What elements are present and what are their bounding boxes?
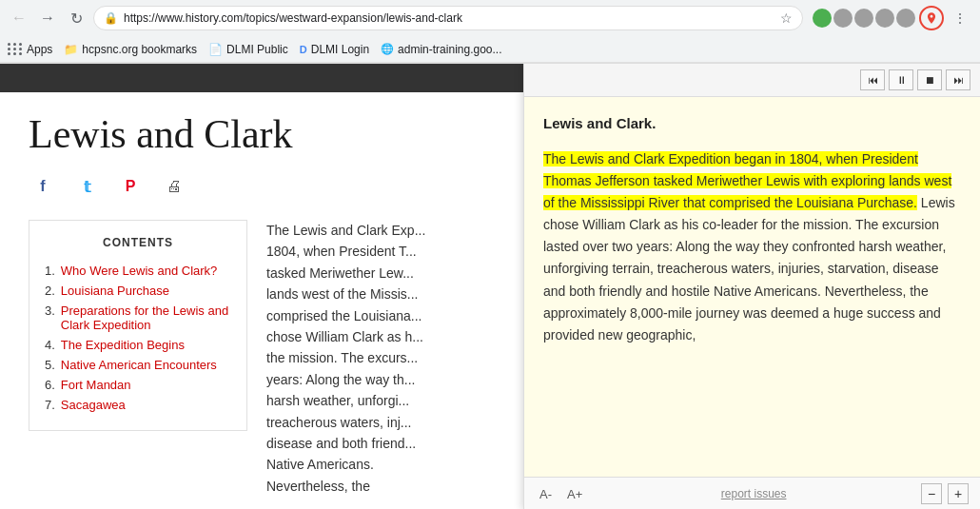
contents-link-2[interactable]: Louisiana Purchase — [61, 284, 169, 298]
contents-link-6[interactable]: Fort Mandan — [61, 378, 131, 392]
skip-back-icon: ⏮ — [868, 74, 878, 86]
list-item: 1. Who Were Lewis and Clark? — [45, 261, 231, 281]
zoom-decrease-button[interactable]: − — [921, 483, 942, 504]
dlmi-public-label: DLMI Public — [226, 43, 288, 56]
browser-actions: ⋮ — [813, 6, 972, 30]
pinterest-button[interactable]: P — [116, 172, 145, 201]
reader-body[interactable]: Lewis and Clark. The Lewis and Clark Exp… — [524, 97, 980, 477]
list-item: 3. Preparations for the Lewis and Clark … — [45, 301, 231, 335]
font-increase-button[interactable]: A+ — [563, 485, 586, 503]
article-text: The Lewis and Clark Exp... 1804, when Pr… — [266, 220, 457, 497]
apps-label: Apps — [27, 43, 52, 56]
highlighted-text: The Lewis and Clark Expedition began in … — [543, 151, 951, 210]
dlmi-login-icon: D — [300, 44, 307, 55]
item-num-5: 5. — [45, 358, 55, 372]
browser-toolbar: ← → ↻ 🔒 https://www.history.com/topics/w… — [0, 0, 980, 36]
address-bar[interactable]: 🔒 https://www.history.com/topics/westwar… — [93, 6, 803, 30]
profile-dot-green — [813, 9, 832, 28]
pinterest-icon: P — [126, 178, 136, 195]
contents-link-1[interactable]: Who Were Lewis and Clark? — [61, 264, 218, 278]
item-num-7: 7. — [45, 398, 55, 412]
reader-title: Lewis and Clark. — [543, 112, 961, 135]
bookmarks-bar: Apps 📁 hcpsnc.org bookmarks 📄 DLMI Publi… — [0, 36, 980, 63]
list-item: 7. Sacagawea — [45, 395, 231, 415]
item-num-6: 6. — [45, 378, 55, 392]
hcpsnc-label: hcpsnc.org bookmarks — [82, 43, 197, 56]
dlmi-login-bookmark[interactable]: D DLMI Login — [300, 43, 369, 56]
list-item: 5. Native American Encounters — [45, 355, 231, 375]
item-num-3: 3. — [45, 303, 55, 332]
list-item: 4. The Expedition Begins — [45, 335, 231, 355]
contents-link-5[interactable]: Native American Encounters — [61, 358, 217, 372]
contents-link-4[interactable]: The Expedition Begins — [61, 338, 185, 352]
contents-link-7[interactable]: Sacagawea — [61, 398, 126, 412]
contents-box: CONTENTS 1. Who Were Lewis and Clark? 2.… — [29, 220, 247, 431]
facebook-icon: f — [40, 178, 45, 195]
print-icon: 🖨 — [167, 178, 182, 195]
contents-list: 1. Who Were Lewis and Clark? 2. Louisian… — [45, 261, 231, 415]
zoom-controls: − + — [921, 483, 969, 504]
menu-button[interactable]: ⋮ — [948, 6, 972, 30]
url-text: https://www.history.com/topics/westward-… — [124, 11, 774, 25]
item-num-2: 2. — [45, 284, 55, 298]
dlmi-public-bookmark[interactable]: 📄 DLMI Public — [208, 43, 288, 56]
list-item: 2. Louisiana Purchase — [45, 281, 231, 301]
skip-forward-icon: ⏭ — [953, 74, 964, 86]
dlmi-login-label: DLMI Login — [311, 43, 369, 56]
apps-grid-icon — [8, 43, 23, 55]
skip-back-button[interactable]: ⏮ — [860, 69, 885, 90]
font-decrease-button[interactable]: A- — [536, 485, 556, 503]
item-num-4: 4. — [45, 338, 55, 352]
lock-icon: 🔒 — [104, 11, 118, 25]
apps-bookmark[interactable]: Apps — [8, 43, 52, 56]
font-controls: A- A+ — [536, 485, 586, 503]
profile-dot-gray2 — [854, 9, 873, 28]
profile-section — [813, 9, 915, 28]
profile-dot-gray1 — [833, 9, 853, 28]
contents-title: CONTENTS — [45, 236, 231, 249]
item-num-1: 1. — [45, 264, 55, 278]
twitter-icon: 𝕥 — [84, 178, 90, 196]
report-issues-link[interactable]: report issues — [721, 487, 787, 500]
bookmark-star-icon: ☆ — [780, 10, 793, 26]
reader-panel: ⏮ ⏸ ⏹ ⏭ Lewis and Clark. The Lewis and C… — [523, 64, 980, 509]
admin-training-bookmark[interactable]: 🌐 admin-training.goo... — [381, 43, 501, 56]
profile-dot-gray4 — [896, 9, 915, 28]
stop-button[interactable]: ⏹ — [917, 69, 942, 90]
list-item: 6. Fort Mandan — [45, 375, 231, 395]
hcpsnc-icon: 📁 — [64, 43, 78, 56]
reader-toolbar: ⏮ ⏸ ⏹ ⏭ — [524, 64, 980, 97]
pause-icon: ⏸ — [896, 74, 907, 86]
browser-chrome: ← → ↻ 🔒 https://www.history.com/topics/w… — [0, 0, 980, 64]
print-button[interactable]: 🖨 — [160, 172, 188, 201]
back-button[interactable]: ← — [8, 7, 30, 29]
admin-training-icon: 🌐 — [381, 43, 394, 55]
skip-forward-button[interactable]: ⏭ — [946, 69, 970, 90]
normal-text: Lewis chose William Clark as his co-lead… — [543, 195, 955, 343]
zoom-increase-button[interactable]: + — [948, 483, 969, 504]
profile-dot-gray3 — [875, 9, 894, 28]
twitter-button[interactable]: 𝕥 — [72, 172, 101, 201]
stop-icon: ⏹ — [925, 74, 935, 86]
admin-training-label: admin-training.goo... — [398, 43, 501, 56]
page-area: Lewis and Clark f 𝕥 P 🖨 CONTENTS 1. — [0, 64, 980, 509]
reader-footer: A- A+ report issues − + — [524, 477, 980, 509]
hcpsnc-bookmark[interactable]: 📁 hcpsnc.org bookmarks — [64, 43, 197, 56]
reload-button[interactable]: ↻ — [65, 7, 88, 29]
dlmi-public-icon: 📄 — [208, 43, 223, 56]
reader-text: The Lewis and Clark Expedition began in … — [543, 148, 961, 346]
facebook-button[interactable]: f — [29, 172, 57, 201]
extension-button-highlighted[interactable] — [919, 6, 944, 30]
article-paragraph: The Lewis and Clark Exp... 1804, when Pr… — [266, 220, 457, 497]
forward-button[interactable]: → — [36, 7, 59, 29]
pause-button[interactable]: ⏸ — [889, 69, 913, 90]
contents-link-3[interactable]: Preparations for the Lewis and Clark Exp… — [61, 303, 231, 332]
